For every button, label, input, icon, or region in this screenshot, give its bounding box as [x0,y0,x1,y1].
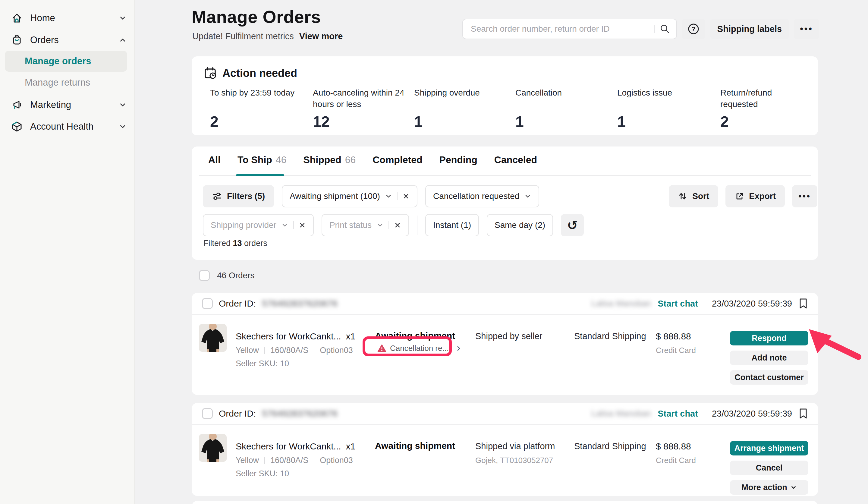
quick-filter-instant[interactable]: Instant (1) [425,214,479,236]
product-attr: Yellow [236,456,259,465]
export-button[interactable]: Export [725,185,785,207]
sidebar-item-account-health[interactable]: Account Health [11,118,127,135]
chip-label: Print status [329,220,372,230]
bookmark-icon[interactable] [799,298,808,309]
add-note-button[interactable]: Add note [730,351,808,365]
filters-button[interactable]: Filters (5) [203,185,274,207]
chevron-down-icon[interactable] [385,193,392,200]
divider [417,216,417,235]
metric-auto-canceling[interactable]: Auto-canceling within 24 hours or less 1… [313,87,415,131]
sidebar-item-manage-returns[interactable]: Manage returns [25,74,90,91]
filtered-count-text: Filtered 13 orders [204,239,267,248]
order-price: $ 888.88 [656,441,691,452]
product-sku: Seller SKU: 10 [236,359,289,368]
more-action-button[interactable]: More action [730,480,808,495]
product-attr: 160/80A/S [270,346,308,355]
help-icon: ? [687,22,700,35]
order-checkbox[interactable] [202,408,213,419]
reset-filters-button[interactable]: ↺ [561,214,584,236]
action-needed-card: Action needed To ship by 23:59 today 2 A… [192,56,818,135]
list-tools: Sort Export ••• [669,185,817,207]
chevron-down-icon[interactable] [524,193,531,200]
product-name[interactable]: Skechers for WorkCankt... [236,331,341,341]
filters-button-label: Filters (5) [227,192,265,201]
tracking-info: Gojek, TT0103052707 [475,456,553,465]
divider [264,347,265,354]
bookmark-icon[interactable] [799,408,808,419]
filter-chip-print-status[interactable]: Print status [322,214,409,236]
filter-chip-shipping-provider[interactable]: Shipping provider [203,214,314,236]
metric-return-refund[interactable]: Return/refund requested 2 [720,87,787,131]
orders-panel: All To Ship46 Shipped66 Completed Pendin… [192,146,818,260]
quick-filter-same-day[interactable]: Same day (2) [487,214,553,236]
product-thumbnail[interactable] [199,434,227,462]
sidebar-item-manage-orders[interactable]: Manage orders [5,51,127,72]
chevron-down-icon[interactable] [281,222,288,229]
sidebar-item-home[interactable]: Home [11,10,127,27]
filter-chip-awaiting-shipment[interactable]: Awaiting shipment (100) [282,185,417,207]
help-button[interactable]: ? [682,19,705,39]
order-id-value: 576492837620676 [262,409,337,419]
chip-label: Instant (1) [433,220,471,230]
action-needed-title: Action needed [223,67,297,80]
chevron-up-icon [119,36,127,44]
sidebar-item-marketing[interactable]: Marketing [11,96,127,113]
tab-shipped[interactable]: Shipped66 [303,154,355,165]
metric-to-ship[interactable]: To ship by 23:59 today 2 [210,87,300,131]
product-qty: x1 [346,441,355,452]
arrange-shipment-button[interactable]: Arrange shipment [730,441,808,455]
tab-all[interactable]: All [208,154,220,165]
divider [705,410,705,418]
order-tabs: All To Ship46 Shipped66 Completed Pendin… [208,154,537,165]
metric-shipping-overdue[interactable]: Shipping overdue 1 [414,87,505,131]
fulfillment-type: Shipped via platform [475,441,555,451]
close-icon[interactable] [394,222,401,229]
svg-text:?: ? [691,25,695,33]
tab-completed[interactable]: Completed [373,154,422,165]
product-attr: Yellow [236,346,259,355]
metric-cancellation[interactable]: Cancellation 1 [515,87,606,131]
buyer-name: Lalisa Manoban [591,299,651,308]
filters-more-button[interactable]: ••• [792,185,817,207]
filter-chip-cancellation-requested[interactable]: Cancellation requested [425,185,539,207]
sort-button[interactable]: Sort [669,185,718,207]
view-more-link[interactable]: View more [299,31,343,41]
cancel-button[interactable]: Cancel [730,461,808,475]
start-chat-link[interactable]: Start chat [658,409,698,419]
chevron-down-icon [119,14,127,22]
order-checkbox[interactable] [202,298,213,309]
tab-label: Shipped [303,154,341,165]
select-all-checkbox[interactable] [199,270,210,281]
tab-pending[interactable]: Pending [440,154,477,165]
contact-customer-button[interactable]: Contact customer [730,370,808,384]
order-search [462,19,677,39]
order-timestamp: 23/03/2020 59:59:39 [712,299,792,309]
sidebar-item-orders[interactable]: Orders [11,32,127,49]
order-id-value: 576492837620676 [262,298,337,309]
shipping-labels-button[interactable]: Shipping labels [710,19,789,39]
chevron-down-icon[interactable] [376,222,384,229]
tab-label: To Ship [238,154,272,165]
tab-to-ship[interactable]: To Ship46 [238,154,287,165]
cancellation-alert[interactable]: Cancellation re... [378,344,462,353]
product-attr: Option03 [320,346,353,355]
tab-label: All [208,154,220,165]
metric-logistics-issue[interactable]: Logistics issue 1 [617,87,707,131]
close-icon[interactable] [402,193,410,200]
divider [264,457,265,464]
chevron-down-icon [790,484,797,491]
start-chat-link[interactable]: Start chat [658,299,698,309]
product-name[interactable]: Skechers for WorkCankt... [236,441,341,452]
page-subtitle: Update! Fulfilment metrics View more [192,31,343,41]
product-thumbnail[interactable] [199,324,227,352]
close-icon[interactable] [299,222,306,229]
product-attributes: Yellow 160/80A/S Option03 [236,456,353,465]
header-more-button[interactable]: ••• [794,19,819,39]
search-icon[interactable] [659,23,670,34]
chip-label: Awaiting shipment (100) [290,192,380,201]
product-attr: 160/80A/S [270,456,308,465]
tab-label: Canceled [494,154,537,165]
search-input[interactable] [470,24,649,34]
tab-canceled[interactable]: Canceled [494,154,537,165]
respond-button[interactable]: Respond [730,331,808,346]
